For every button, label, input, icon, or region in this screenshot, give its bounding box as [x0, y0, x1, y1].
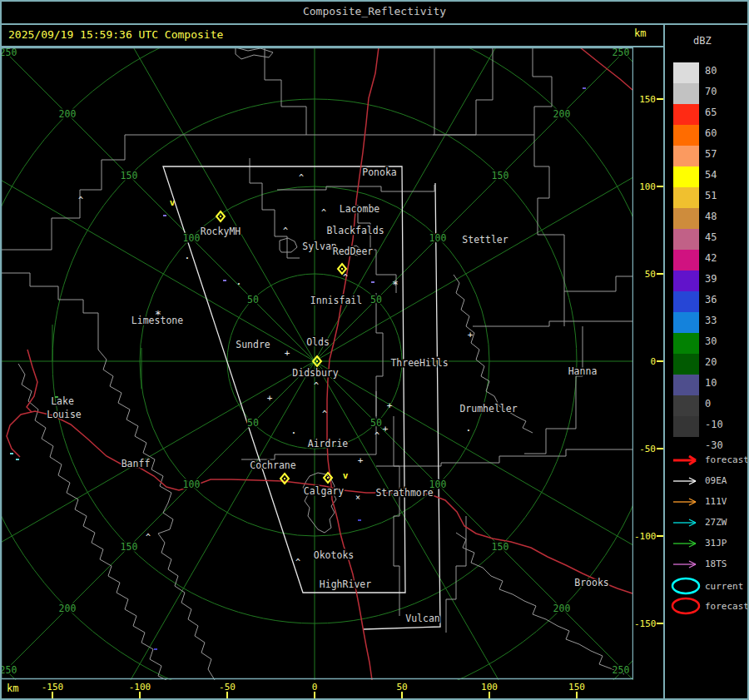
bottom-axis-tick	[139, 692, 141, 698]
boundary-line	[456, 533, 624, 674]
storm-legend-arrow-27ZW-3: 27ZW	[670, 514, 748, 531]
boundary-line	[394, 416, 399, 616]
dbz-scale-label-57: 57	[705, 148, 738, 160]
dbz-scale-block-57	[673, 146, 699, 166]
ring-label-150: 150	[121, 541, 138, 553]
city-label-ThreeHills: ThreeHills	[390, 357, 448, 369]
map-marker-dot: ·	[465, 424, 472, 436]
ring-label-100: 100	[183, 232, 201, 244]
31JP-arrow-icon	[670, 535, 703, 552]
dbz-scale-label-70: 70	[705, 86, 738, 97]
radar-site-center	[284, 478, 285, 479]
radar-site-center	[220, 216, 221, 217]
ring-label-150: 150	[492, 170, 509, 181]
azimuth-line-120	[57, 47, 315, 361]
city-label-Hanna: Hanna	[568, 365, 598, 377]
city-label-Lake: Lake	[51, 395, 74, 407]
map-marker-plus: +	[267, 393, 273, 404]
right-axis-tick	[657, 448, 663, 449]
bottom-axis-tick	[576, 692, 578, 698]
bottom-axis-tick	[226, 692, 228, 698]
storm-legend-arrow-forecast-0: forecast	[670, 452, 748, 469]
map-marker-plus: +	[468, 330, 474, 340]
dbz-scale-block-60	[673, 125, 699, 146]
azimuth-line-300	[315, 361, 573, 680]
boundary-line	[534, 135, 632, 291]
bottom-axis-tick	[52, 692, 53, 698]
highway-line	[27, 350, 37, 412]
map-marker-plus: +	[387, 400, 393, 411]
storm-legend-arrow-31JP-4: 31JP	[670, 535, 748, 552]
map-marker-plus: +	[358, 455, 364, 466]
city-label-Stettler: Stettler	[462, 234, 508, 246]
legend-separator	[663, 23, 665, 698]
ring-label-150: 150	[121, 170, 138, 181]
dbz-scale-label-10: 10	[705, 377, 738, 389]
dbz-scale-label-42: 42	[705, 252, 738, 264]
city-label-RedDeer: RedDeer	[333, 246, 374, 257]
map-marker-caret: ^	[283, 226, 288, 236]
dbz-scale-block-45	[673, 229, 699, 250]
dbz-scale-block-70	[673, 83, 699, 104]
right-axis-label-0: 0	[634, 356, 656, 367]
dbz-scale-label-36: 36	[705, 294, 738, 305]
right-axis-unit-label: km	[634, 27, 659, 39]
boundary-line	[473, 321, 632, 326]
dbz-scale-block-51	[673, 187, 699, 208]
dbz-scale-block-0	[673, 395, 699, 416]
radar-echo	[371, 281, 374, 283]
dbz-scale-block-10	[673, 375, 699, 395]
dbz-scale-block-20	[673, 354, 699, 375]
city-label-HighRiver: HighRiver	[320, 578, 371, 590]
right-axis-tick	[657, 360, 663, 362]
city-label-Sundre: Sundre	[236, 339, 270, 350]
ring-label-200: 200	[553, 603, 571, 614]
radar-echo	[223, 280, 226, 281]
ring-label-200: 200	[59, 603, 77, 614]
dbz-scale-block--10	[673, 416, 699, 437]
ring-label-150: 150	[492, 541, 509, 553]
dbz-scale-label-0: 0	[705, 398, 738, 410]
radar-map[interactable]: 5010015020025050100150200250501001502002…	[1, 47, 633, 680]
dbz-scale-block-33	[673, 312, 699, 333]
boundary-line	[18, 364, 166, 680]
right-axis-tick	[657, 623, 663, 624]
radar-echo	[154, 648, 157, 650]
dbz-scale-block-39	[673, 271, 699, 291]
radar-site-center	[341, 268, 343, 270]
map-marker-caret: ^	[314, 381, 319, 390]
timestamp-label: 2025/09/19 15:59:36 UTC Composite	[8, 28, 223, 41]
27ZW-arrow-icon	[670, 514, 703, 531]
09EA-arrow-icon	[670, 473, 703, 489]
dbz-scale-block-65	[673, 104, 699, 125]
dbz-scale-label-45: 45	[705, 231, 738, 243]
storm-legend-label: 31JP	[705, 538, 727, 549]
dbz-scale-label-54: 54	[705, 169, 738, 181]
current-ellipse-icon	[670, 575, 703, 597]
storm-legend-label: 09EA	[705, 475, 727, 486]
dbz-scale-label-20: 20	[705, 356, 738, 368]
boundary-line	[98, 350, 215, 680]
map-marker-caret: ^	[78, 196, 83, 205]
map-marker-cross: ×	[355, 493, 360, 502]
boundary-line	[236, 47, 273, 59]
map-marker-caret: ^	[295, 558, 300, 567]
map-marker-caret: ^	[343, 273, 348, 282]
right-axis-tick	[657, 186, 663, 187]
dbz-scale-label-33: 33	[705, 315, 738, 326]
storm-legend-arrow-111V-2: 111V	[670, 494, 748, 510]
city-label-Cochrane: Cochrane	[250, 459, 295, 471]
storm-legend-label: forecast	[705, 454, 749, 465]
city-label-Drumheller: Drumheller	[459, 403, 517, 415]
bottom-axis-tick	[314, 692, 315, 698]
forecast-arrow-icon	[670, 452, 703, 469]
dbz-scale-label-60: 60	[705, 127, 738, 139]
city-label-Vulcan: Vulcan	[405, 613, 440, 624]
city-label-Didsbury: Didsbury	[292, 367, 338, 379]
dbz-scale-label-end: -30	[705, 439, 738, 451]
boundary-line	[1, 135, 125, 250]
bottom-axis-tick	[401, 692, 403, 698]
boundary-line	[376, 449, 632, 466]
city-label-Airdrie: Airdrie	[308, 438, 349, 449]
azimuth-line-240	[57, 361, 315, 680]
